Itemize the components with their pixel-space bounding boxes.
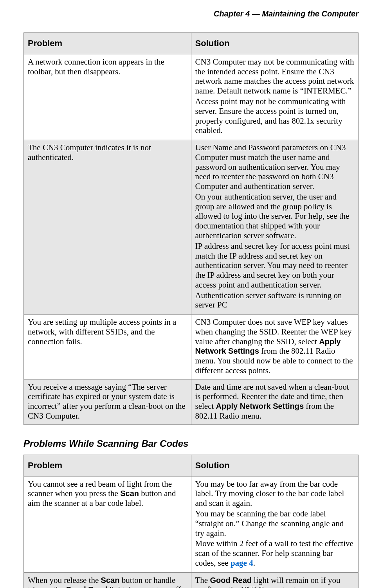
solution-cell: User Name and Password parameters on CN3…: [191, 140, 359, 315]
problem-cell: You are setting up multiple access point…: [24, 315, 191, 379]
solution-cell: CN3 Computer does not save WEP key value…: [191, 315, 359, 379]
page: Chapter 4 — Maintaining the Computer Pro…: [0, 0, 382, 588]
table-row: The CN3 Computer indicates it is not aut…: [24, 140, 359, 315]
problem-cell: When you release the Scan button or hand…: [24, 572, 191, 588]
bold-term: Apply Network Settings: [216, 402, 304, 410]
solution-text: On your authentication server, the user …: [195, 192, 355, 241]
bold-term: Good Read: [210, 576, 252, 584]
solution-text: Move within 2 feet of a wall to test the…: [195, 539, 355, 568]
problem-cell: You cannot see a red beam of light from …: [24, 476, 191, 572]
table-row: A network connection icon appears in the…: [24, 54, 359, 140]
col-header-solution: Solution: [191, 455, 359, 476]
bold-term: Good Read: [66, 585, 108, 588]
bold-term: Scan: [120, 489, 139, 498]
solution-cell: The Good Read light will remain on if yo…: [191, 572, 359, 588]
page-cross-ref-link[interactable]: page 4: [231, 558, 253, 568]
problem-solution-table-2: Problem Solution You cannot see a red be…: [23, 455, 359, 588]
solution-cell: CN3 Computer may not be communicating wi…: [191, 54, 359, 140]
solution-text: The: [195, 575, 210, 585]
solution-text: .: [253, 558, 255, 568]
bold-term: Scan: [101, 576, 120, 584]
table-row: You are setting up multiple access point…: [24, 315, 359, 379]
section-heading: Problems While Scanning Bar Codes: [23, 438, 359, 449]
solution-text: CN3 Computer may not be communicating wi…: [195, 57, 355, 96]
problem-text: light does not turn off.: [107, 585, 183, 588]
problem-cell: The CN3 Computer indicates it is not aut…: [24, 140, 191, 315]
table-row: You cannot see a red beam of light from …: [24, 476, 359, 572]
solution-text: IP address and secret key for access poi…: [195, 241, 355, 290]
table-row: When you release the Scan button or hand…: [24, 572, 359, 588]
solution-text: Access point may not be communicating wi…: [195, 97, 355, 135]
solution-text: Authentication server software is runnin…: [195, 291, 355, 310]
problem-text: When you release the: [28, 575, 101, 585]
problem-cell: You receive a message saying “The server…: [24, 379, 191, 424]
col-header-problem: Problem: [24, 455, 191, 476]
solution-cell: You may be too far away from the bar cod…: [191, 476, 359, 572]
solution-cell: Date and time are not saved when a clean…: [191, 379, 359, 424]
col-header-problem: Problem: [24, 33, 191, 54]
solution-text: You may be too far away from the bar cod…: [195, 479, 355, 508]
solution-text: Move within 2 feet of a wall to test the…: [195, 539, 353, 568]
running-header: Chapter 4 — Maintaining the Computer: [23, 9, 359, 18]
solution-text: User Name and Password parameters on CN3…: [195, 143, 355, 191]
problem-cell: A network connection icon appears in the…: [24, 54, 191, 140]
col-header-solution: Solution: [191, 33, 359, 54]
problem-solution-table-1: Problem Solution A network connection ic…: [23, 32, 359, 425]
solution-text: You may be scanning the bar code label “…: [195, 509, 355, 538]
table-row: You receive a message saying “The server…: [24, 379, 359, 424]
